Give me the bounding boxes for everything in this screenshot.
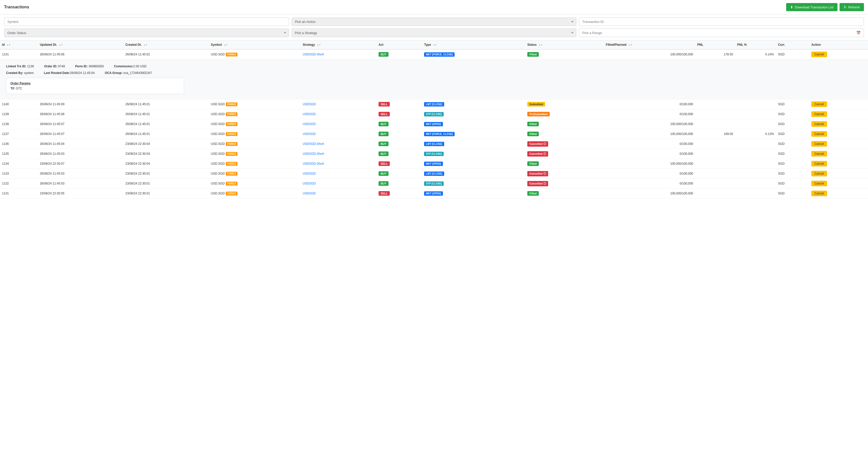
cancel-button[interactable]: Cancel (811, 131, 827, 137)
strategy-link[interactable]: USDSGD-Short (303, 142, 324, 145)
cancel-button[interactable]: Cancel (811, 171, 827, 176)
strategy-link[interactable]: USDSGD (303, 182, 316, 185)
symbol-text: USD.SGD (211, 132, 225, 136)
symbol-text: USD.SGD (211, 112, 225, 116)
strategy-link[interactable]: USDSGD (303, 132, 316, 136)
cancel-button[interactable]: Cancel (811, 141, 827, 146)
cancel-button[interactable]: Cancel (811, 181, 827, 186)
table-row[interactable]: 1138 26/08/24 11:45:07 26/08/24 11:45:01… (0, 119, 868, 129)
strategy-link[interactable]: USDSGD (303, 192, 316, 195)
cell-pnl-pct (735, 159, 776, 169)
table-row[interactable]: 1136 26/08/24 11:45:04 23/08/24 22:30:04… (0, 139, 868, 149)
forex-badge: FOREX (226, 162, 238, 166)
cell-action: Cancel (809, 109, 868, 119)
cell-action: Cancel (809, 119, 868, 129)
cell-act: SELL (376, 99, 422, 109)
cell-curr: SGD (776, 49, 809, 60)
strategy-link[interactable]: USDSGD-Short (303, 152, 324, 156)
cell-pnl: 178.50 (695, 49, 735, 60)
transaction-id-input[interactable] (579, 18, 864, 26)
strategy-link[interactable]: USDSGD (303, 122, 316, 126)
cell-id: 1137 (0, 129, 38, 139)
cell-symbol: USD.SGD FOREX (209, 139, 301, 149)
strategy-link[interactable]: USDSGD (303, 172, 316, 175)
cell-curr: SGD (776, 179, 809, 189)
act-badge: BUY (379, 52, 389, 57)
cell-type: STP [CLOSE] (422, 109, 525, 119)
col-updated-dt: Updated Dt. ▲▼ (38, 40, 123, 50)
cell-status: Filled (525, 189, 604, 198)
cell-filled-planned: 0/100,000 (604, 149, 695, 159)
table-row[interactable]: 1140 26/08/24 11:45:09 26/08/24 11:45:01… (0, 99, 868, 109)
cell-strategy: USDSGD (301, 109, 376, 119)
cell-action: Cancel (809, 129, 868, 139)
cell-pnl (695, 109, 735, 119)
act-badge: SELL (379, 161, 390, 166)
cell-pnl-pct (735, 99, 776, 109)
cancel-button[interactable]: Cancel (811, 121, 827, 127)
order-status-select[interactable]: Order Status (4, 29, 289, 37)
cell-pnl (695, 189, 735, 198)
strategy-link[interactable]: USDSGD (303, 112, 316, 116)
cell-curr: SGD (776, 109, 809, 119)
header: Transactions ⬇ Download Transaction List… (0, 0, 868, 14)
table-row[interactable]: 1132 26/08/24 11:45:03 23/08/24 22:30:01… (0, 179, 868, 189)
act-badge: BUY (379, 141, 389, 146)
table-row[interactable]: 1134 23/08/24 22:30:07 23/08/24 22:30:04… (0, 159, 868, 169)
cell-pnl-pct: 0.13% (735, 129, 776, 139)
cell-type: STP [CLOSE] (422, 179, 525, 189)
cell-filled-planned: 100,000/100,000 (604, 49, 695, 60)
cell-type: MKT [FORCE_CLOSE] (422, 129, 525, 139)
col-status: Status ▲▼ (525, 40, 604, 50)
cancel-button[interactable]: Cancel (811, 161, 827, 166)
strategy-link[interactable]: USDSGD-Short (303, 162, 324, 165)
cancel-button[interactable]: Cancel (811, 52, 827, 57)
table-row[interactable]: 1139 26/08/24 11:45:08 26/08/24 11:45:01… (0, 109, 868, 119)
table-row[interactable]: 1135 26/08/24 11:45:03 23/08/24 22:30:04… (0, 149, 868, 159)
col-action: Action (809, 40, 868, 50)
action-select[interactable]: Pick an Action (291, 18, 577, 26)
header-actions: ⬇ Download Transaction List ↻ Refresh (786, 3, 864, 11)
download-button[interactable]: ⬇ Download Transaction List (786, 3, 837, 11)
cell-filled-planned: 0/100,000 (604, 99, 695, 109)
cell-symbol: USD.SGD FOREX (209, 109, 301, 119)
range-picker[interactable]: 📅 (579, 29, 864, 37)
cell-strategy: USDSGD (301, 189, 376, 198)
symbol-text: USD.SGD (211, 192, 225, 195)
symbol-text: USD.SGD (211, 122, 225, 126)
cancel-button[interactable]: Cancel (811, 101, 827, 107)
cancel-button[interactable]: Cancel (811, 151, 827, 157)
act-badge: BUY (379, 122, 389, 126)
refresh-button[interactable]: ↻ Refresh (839, 3, 864, 11)
cell-action: Cancel (809, 189, 868, 198)
forex-badge: FOREX (226, 182, 238, 186)
cancel-button[interactable]: Cancel (811, 191, 827, 196)
cell-created-dt: 26/08/24 11:45:01 (123, 99, 209, 109)
strategy-select[interactable]: Pick a Strategy (291, 29, 577, 37)
cell-pnl-pct (735, 139, 776, 149)
cell-strategy: USDSGD (301, 129, 376, 139)
table-row[interactable]: 1137 26/08/24 11:45:07 26/08/24 11:45:01… (0, 129, 868, 139)
cell-strategy: USDSGD-Short (301, 159, 376, 169)
cell-act: BUY (376, 169, 422, 179)
symbol-text: USD.SGD (211, 152, 225, 156)
table-row[interactable]: 1131 23/08/24 22:30:05 23/08/24 22:30:01… (0, 189, 868, 198)
cell-status: Filled (525, 159, 604, 169)
cell-action: Cancel (809, 179, 868, 189)
cell-filled-planned: 0/100,000 (604, 139, 695, 149)
cell-act: BUY (376, 179, 422, 189)
strategy-link[interactable]: USDSGD (303, 102, 316, 106)
cancel-button[interactable]: Cancel (811, 111, 827, 117)
act-badge: BUY (379, 132, 389, 136)
cell-symbol: USD.SGD FOREX (209, 119, 301, 129)
symbol-input[interactable] (4, 18, 289, 26)
cell-pnl (695, 169, 735, 179)
strategy-link[interactable]: USDSGD-Short (303, 53, 324, 56)
cell-filled-planned: 100,000/100,000 (604, 159, 695, 169)
forex-badge: FOREX (226, 152, 238, 156)
cell-type: LMT [CLOSE] (422, 99, 525, 109)
cell-symbol: USD.SGD FOREX (209, 129, 301, 139)
cell-curr: SGD (776, 149, 809, 159)
table-row[interactable]: 1141 26/08/24 11:45:06 26/08/24 11:45:02… (0, 49, 868, 60)
table-row[interactable]: 1133 26/08/24 11:45:03 23/08/24 22:30:01… (0, 169, 868, 179)
